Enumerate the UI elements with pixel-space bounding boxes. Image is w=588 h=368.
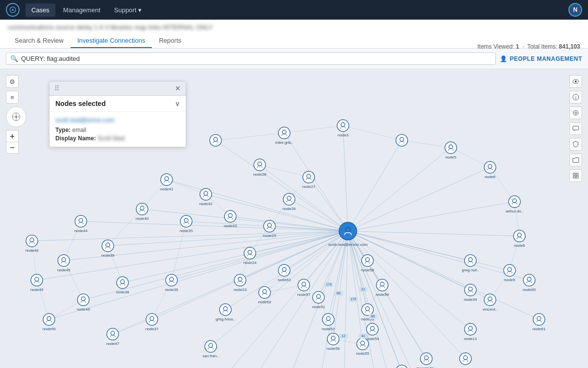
svg-point-131	[488, 164, 492, 168]
zoom-in-button[interactable]: +	[6, 130, 19, 142]
graph-area[interactable]: ⚙ ≡ + − i	[0, 69, 588, 368]
svg-text:arthur.do..: arthur.do..	[506, 209, 523, 213]
graph-node[interactable]: mike.grib..	[275, 127, 294, 145]
graph-node[interactable]: node48	[25, 235, 39, 253]
graph-node[interactable]: vincent..	[483, 294, 497, 312]
graph-node[interactable]: node28	[253, 159, 267, 177]
search-input-wrap[interactable]: 🔍	[6, 53, 496, 65]
graph-node[interactable]	[460, 353, 471, 365]
graph-node[interactable]: node57	[297, 279, 311, 297]
graph-node[interactable]: node60	[523, 274, 536, 292]
svg-text:node52: node52	[322, 327, 335, 331]
graph-node[interactable]	[396, 134, 408, 146]
svg-point-134	[513, 199, 516, 203]
person-icon: 👤	[500, 55, 508, 62]
graph-node[interactable]: node8	[514, 230, 525, 248]
nav-management[interactable]: Management	[57, 3, 106, 17]
graph-node[interactable]: node37	[146, 314, 159, 331]
drag-handle[interactable]: ⠿	[54, 84, 59, 92]
graph-node[interactable]: node5	[445, 142, 457, 159]
graph-node[interactable]: node38	[116, 277, 129, 294]
graph-node[interactable]: node55	[356, 338, 369, 356]
graph-node[interactable]: node26	[283, 193, 296, 211]
graph-node[interactable]: node45	[57, 255, 71, 272]
info-icon[interactable]: i	[569, 91, 582, 104]
graph-node[interactable]: mewali.ho..	[416, 353, 436, 368]
svg-line-22	[348, 148, 451, 231]
graph-node[interactable]: node59	[376, 279, 389, 297]
graph-node[interactable]: node56	[327, 333, 340, 351]
close-button[interactable]: ✕	[175, 84, 181, 92]
search-input[interactable]	[21, 55, 491, 62]
svg-text:node35: node35	[180, 229, 193, 233]
graph-node[interactable]: node49	[30, 274, 44, 292]
graph-node[interactable]: node25	[263, 220, 276, 238]
graph-node[interactable]: node24	[244, 247, 257, 265]
graph-node[interactable]: node23	[234, 274, 247, 292]
graph-node[interactable]: node27	[302, 171, 316, 189]
graph-node[interactable]: node54	[366, 323, 379, 341]
tab-search-review[interactable]: Search & Review	[8, 34, 71, 48]
svg-text:node50: node50	[43, 327, 56, 331]
svg-point-261	[47, 316, 51, 320]
graph-node[interactable]: greg.hous..	[216, 304, 235, 321]
graph-node[interactable]: node58	[361, 255, 374, 272]
chat-icon[interactable]	[569, 122, 582, 135]
svg-text:node42: node42	[199, 202, 213, 206]
collapse-button[interactable]: ∨	[175, 100, 180, 107]
graph-node[interactable]: node9	[504, 264, 515, 282]
people-management-button[interactable]: 👤 PEOPLE MANAGEMENT	[500, 55, 582, 62]
graph-node[interactable]: node62	[258, 287, 271, 304]
graph-node[interactable]: node3	[337, 120, 349, 137]
graph-node[interactable]: node42	[199, 188, 213, 206]
svg-point-118	[214, 137, 218, 141]
graph-node[interactable]	[210, 134, 221, 146]
settings-icon[interactable]: ⚙	[6, 75, 19, 88]
graph-node[interactable]: node35	[180, 215, 193, 233]
nav-circle[interactable]	[6, 106, 26, 127]
graph-node[interactable]: node36	[165, 274, 178, 292]
graph-node[interactable]: node43	[224, 210, 237, 228]
tab-investigate-connections[interactable]: Investigate Connections	[71, 34, 152, 48]
graph-node[interactable]: node61	[533, 314, 546, 331]
graph-node[interactable]: greg.null..	[462, 255, 479, 272]
user-avatar[interactable]: N	[568, 3, 582, 17]
svg-point-276	[361, 341, 365, 345]
nav-cases[interactable]: Cases	[25, 3, 55, 17]
svg-point-270	[366, 307, 369, 311]
graph-node[interactable]: pradam..	[394, 365, 410, 368]
svg-point-279	[331, 336, 335, 340]
graph-node[interactable]: node11	[464, 323, 477, 341]
eye-icon[interactable]	[569, 75, 582, 88]
zoom-out-button[interactable]: −	[6, 142, 19, 154]
shield-icon[interactable]	[569, 138, 582, 151]
target-icon[interactable]	[569, 106, 582, 119]
graph-node[interactable]: node34	[464, 284, 477, 302]
graph-node[interactable]: node6	[484, 161, 496, 179]
graph-node[interactable]: node41	[160, 174, 173, 191]
tab-reports[interactable]: Reports	[152, 34, 188, 48]
graph-node[interactable]: node39	[101, 240, 115, 258]
graph-node[interactable]: san.fran..	[202, 341, 219, 358]
svg-point-123	[341, 123, 345, 127]
graph-node[interactable]: arthur.do..	[506, 196, 523, 213]
graph-node[interactable]: node63	[278, 264, 291, 282]
graph-node[interactable]: node40	[136, 203, 149, 221]
grid-icon[interactable]	[569, 169, 582, 182]
folder-icon[interactable]	[569, 154, 582, 166]
app-logo[interactable]	[6, 3, 20, 17]
filter-icon[interactable]: ≡	[6, 91, 19, 104]
svg-text:node54: node54	[366, 337, 379, 341]
graph-node[interactable]: node51	[312, 291, 325, 309]
items-info: Items Viewed: 1 · Total Items: 841,103	[477, 43, 580, 50]
graph-node[interactable]: node52	[322, 314, 335, 331]
sub-header: communications source derby 1 6 3 librar…	[0, 20, 588, 49]
graph-node[interactable]: node47	[106, 328, 120, 346]
svg-text:node6: node6	[485, 175, 496, 179]
graph-node[interactable]: node46	[77, 294, 90, 312]
graph-node[interactable]: node44	[74, 215, 88, 233]
svg-text:node26: node26	[283, 207, 296, 211]
nav-support[interactable]: Support ▾	[108, 3, 148, 17]
graph-node[interactable]: node50	[43, 314, 56, 331]
svg-line-58	[167, 180, 348, 231]
